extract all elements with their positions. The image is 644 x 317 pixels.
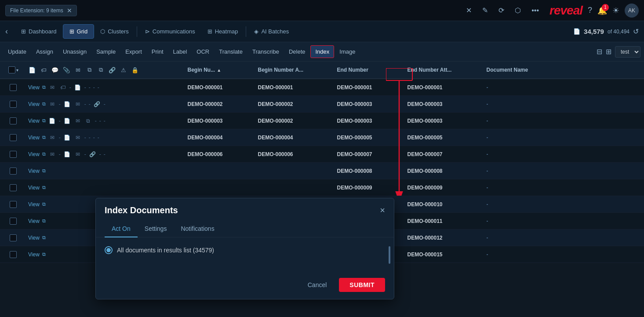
view-link[interactable]: View [28, 251, 40, 258]
heatmap-icon: ⊞ [207, 28, 212, 35]
unassign-button[interactable]: Unassign [58, 46, 91, 58]
row-checkbox[interactable] [0, 84, 26, 91]
end-att-value: DEMO-000010 [408, 201, 443, 208]
label-button[interactable]: Label [169, 46, 192, 58]
header-lock-icon: 🔒 [131, 67, 139, 73]
note4-icon: 📄 [63, 151, 71, 157]
sidebar-item-grid[interactable]: ⊞ Grid [63, 24, 95, 39]
clusters-label: Clusters [108, 28, 129, 35]
row-checkbox[interactable] [0, 184, 26, 191]
view-link[interactable]: View [28, 135, 40, 141]
header-doc-name[interactable]: Document Name [487, 67, 644, 73]
table-header-row: ▾ 📄 🏷 💬 📎 ✉ ⧉ ⧉ 🔗 ⚠ 🔒 Begin Nu... ▲ Begi… [0, 62, 644, 79]
header-begin-num[interactable]: Begin Nu... ▲ [188, 67, 258, 73]
row-checkbox[interactable] [0, 251, 26, 258]
user-avatar[interactable]: AK [625, 4, 639, 18]
external-link-icon[interactable]: ⧉ [42, 251, 46, 257]
ocr-button[interactable]: OCR [192, 46, 214, 58]
view-link[interactable]: View [28, 168, 40, 174]
view-link[interactable]: View [28, 151, 40, 157]
view-link[interactable]: View [28, 118, 40, 124]
filter-badge[interactable]: File Extension: 9 items ✕ [5, 5, 77, 16]
external-link-icon[interactable]: ⧉ [42, 168, 46, 174]
print-button[interactable]: Print [147, 46, 168, 58]
external-link-icon[interactable]: ⧉ [42, 101, 46, 107]
view-link[interactable]: View [28, 84, 40, 91]
save-icon[interactable]: ⬡ [513, 4, 523, 16]
top-bar: File Extension: 9 items ✕ ✕ ✎ ⟳ ⬡ ••• re… [0, 0, 644, 21]
close-icon[interactable]: ✕ [464, 4, 473, 16]
tab-settings[interactable]: Settings [138, 221, 174, 237]
notification-badge: 1 [602, 4, 609, 11]
refresh-icon[interactable]: ↺ [633, 27, 639, 36]
table-row: View ⧉ ✉ - 📄 ✉ - 🔗 - - DEMO-000006 DEMO-… [0, 146, 644, 163]
doc-name-value: - [487, 151, 488, 157]
view-link[interactable]: View [28, 185, 40, 191]
sample-button[interactable]: Sample [92, 46, 120, 58]
assign-button[interactable]: Assign [32, 46, 58, 58]
tab-act-on[interactable]: Act On [105, 221, 138, 237]
nav-back-button[interactable]: ‹ [5, 27, 8, 36]
table-row: View ⧉ 📄 - 📄 ✉ ⧉ - - - DEMO-000003 DEMO-… [0, 113, 644, 129]
row-checkbox[interactable] [0, 101, 26, 108]
header-begin-att[interactable]: Begin Number A... [258, 67, 337, 73]
notification-button[interactable]: 🔔 1 [597, 6, 607, 15]
header-copy-icon: ⧉ [85, 66, 93, 73]
index-button[interactable]: Index [310, 45, 334, 58]
external-link-icon[interactable]: ⧉ [42, 135, 46, 140]
export-button[interactable]: Export [121, 46, 146, 58]
row-checkbox[interactable] [0, 151, 26, 158]
filter-badge-close[interactable]: ✕ [67, 7, 72, 14]
row-checkbox[interactable] [0, 117, 26, 124]
header-end-att[interactable]: End Number Att... [408, 67, 487, 73]
header-end-num[interactable]: End Number [337, 67, 408, 73]
external-link-icon[interactable]: ⧉ [42, 235, 46, 240]
row-checkbox[interactable] [0, 234, 26, 241]
begin-att-value: DEMO-000004 [258, 135, 293, 141]
note-icon: 📄 [74, 84, 82, 91]
tab-notifications[interactable]: Notifications [174, 221, 221, 237]
end-num-value: DEMO-000007 [337, 151, 372, 157]
row-checkbox[interactable] [0, 134, 26, 141]
external-link-icon[interactable]: ⧉ [42, 185, 46, 190]
theme-icon[interactable]: ☀ [612, 6, 619, 15]
external-link-icon[interactable]: ⧉ [42, 151, 46, 157]
edit-icon[interactable]: ✎ [480, 4, 490, 16]
row-checkbox[interactable] [0, 218, 26, 225]
view-select[interactable]: test [615, 46, 640, 58]
image-button[interactable]: Image [335, 46, 360, 58]
external-link-icon[interactable]: ⧉ [42, 118, 46, 124]
view-link[interactable]: View [28, 218, 40, 224]
modal-close-button[interactable]: × [380, 205, 385, 215]
dashboard-label: Dashboard [29, 28, 57, 35]
row-checkbox[interactable] [0, 201, 26, 208]
delete-button[interactable]: Delete [284, 46, 310, 58]
select-all-checkbox[interactable] [8, 66, 15, 73]
sidebar-item-dashboard[interactable]: ⊞ Dashboard [15, 25, 63, 38]
doc-name-value: - [487, 168, 488, 174]
transcribe-button[interactable]: Transcribe [248, 46, 284, 58]
history-icon[interactable]: ⟳ [497, 4, 506, 16]
end-att-value: DEMO-000007 [408, 151, 443, 157]
external-link-icon[interactable]: ⧉ [42, 84, 46, 90]
submit-button[interactable]: SUBMIT [339, 278, 385, 292]
radio-all-documents[interactable]: All documents in results list (34579) [105, 246, 385, 254]
external-link-icon[interactable]: ⧉ [42, 201, 46, 207]
external-link-icon[interactable]: ⧉ [42, 218, 46, 224]
row-checkbox[interactable] [0, 168, 26, 175]
view-link[interactable]: View [28, 101, 40, 107]
sidebar-item-heatmap[interactable]: ⊞ Heatmap [201, 25, 244, 38]
translate-button[interactable]: Translate [215, 46, 247, 58]
cancel-button[interactable]: Cancel [301, 278, 334, 292]
table-row: View ⧉ ✉ 🏷 - 📄 - - - - DEMO-000001 DEMO-… [0, 79, 644, 96]
sidebar-item-ai-batches[interactable]: ◈ AI Batches [248, 25, 295, 38]
sidebar-item-communications[interactable]: ⊳ Communications [139, 25, 201, 38]
update-button[interactable]: Update [4, 46, 31, 58]
view-link[interactable]: View [28, 201, 40, 208]
view-link[interactable]: View [28, 235, 40, 241]
more-icon[interactable]: ••• [530, 5, 541, 16]
sidebar-item-clusters[interactable]: ⬡ Clusters [94, 25, 135, 38]
help-icon[interactable]: ? [588, 6, 592, 15]
end-num-value: DEMO-000003 [337, 101, 372, 107]
mail4-icon: ✉ [48, 135, 56, 141]
